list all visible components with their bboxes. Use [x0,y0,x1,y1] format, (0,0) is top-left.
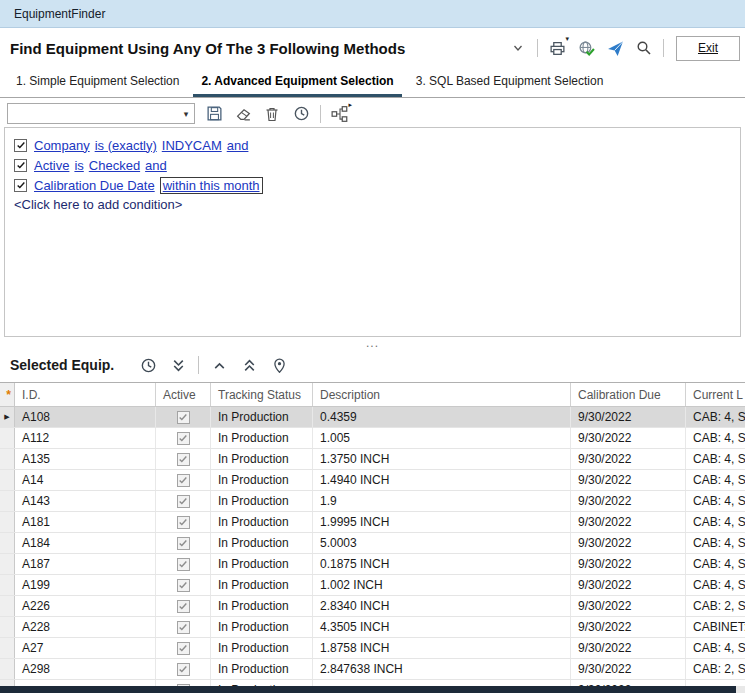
query-toolbar: ▾ ▸ [0,100,745,127]
splitter-handle[interactable]: ... [0,337,745,348]
table-row[interactable]: A27In Production1.8758 INCH9/30/2022CAB:… [0,638,745,659]
query-tree-icon[interactable]: ▸ [330,104,350,124]
condition-link[interactable]: INDYCAM [162,138,222,153]
column-header-current-location[interactable]: Current L [686,383,745,406]
results-grid: * I.D. Active Tracking Status Descriptio… [0,382,745,687]
cell-active [156,449,211,469]
send-icon[interactable] [605,38,625,58]
table-row[interactable]: A298In Production2.847638 INCH9/30/2022C… [0,659,745,680]
active-checkbox[interactable] [177,621,190,634]
cell-description: 1.4940 INCH [313,470,571,490]
active-checkbox[interactable] [177,474,190,487]
cell-description: 1.9995 INCH [313,512,571,532]
active-checkbox[interactable] [177,537,190,550]
condition-link[interactable]: Active [34,158,69,173]
save-icon[interactable] [204,104,224,124]
cell-description: 0.4359 [313,407,571,427]
table-row[interactable]: A135In Production1.3750 INCH9/30/2022CAB… [0,449,745,470]
active-checkbox[interactable] [177,579,190,592]
cell-id: A184 [15,533,156,553]
collapse-all-icon[interactable] [168,355,188,375]
cell-current-location: CAB: 2, SH [686,596,745,616]
table-row[interactable]: A187In Production0.1875 INCH9/30/2022CAB… [0,554,745,575]
bottom-corner [736,686,745,693]
table-row[interactable]: A143In Production1.99/30/2022CAB: 4, SH [0,491,745,512]
cell-current-location: CABINET: 4 [686,617,745,637]
table-row[interactable]: A228In Production4.3505 INCH9/30/2022CAB… [0,617,745,638]
cell-active [156,512,211,532]
cell-tracking-status: In Production [211,575,313,595]
active-checkbox[interactable] [177,516,190,529]
active-checkbox[interactable] [177,558,190,571]
table-row[interactable]: A112In Production1.0059/30/2022CAB: 4, S… [0,428,745,449]
cell-current-location: CAB: 4, SH [686,575,745,595]
cell-calibration-due: 9/30/2022 [571,617,686,637]
active-checkbox[interactable] [177,411,190,424]
page-title: Find Equipment Using Any Of The 3 Follow… [10,40,508,57]
row-indicator [0,491,15,511]
table-row[interactable]: A226In Production2.8340 INCH9/30/2022CAB… [0,596,745,617]
exit-button[interactable]: Exit [676,36,740,61]
condition-checkbox[interactable] [14,139,27,152]
column-header-id[interactable]: I.D. [15,383,156,406]
grid-header: * I.D. Active Tracking Status Descriptio… [0,383,745,407]
table-row[interactable]: ▶A108In Production0.43599/30/2022CAB: 4,… [0,407,745,428]
condition-link[interactable]: and [227,138,249,153]
table-row[interactable]: A14In Production1.4940 INCH9/30/2022CAB:… [0,470,745,491]
row-indicator [0,575,15,595]
cell-active [156,533,211,553]
saved-query-combobox[interactable]: ▾ [7,103,195,124]
window-title: EquipmentFinder [14,7,105,21]
cell-description: 1.005 [313,428,571,448]
cell-calibration-due: 9/30/2022 [571,470,686,490]
history-icon[interactable] [138,355,158,375]
table-row[interactable]: A184In Production5.00039/30/2022CAB: 4, … [0,533,745,554]
active-checkbox[interactable] [177,663,190,676]
condition-link[interactable]: Checked [89,158,140,173]
column-header-calibration-due[interactable]: Calibration Due [571,383,686,406]
validate-icon[interactable] [576,38,596,58]
tab-advanced-equipment-selection[interactable]: 2. Advanced Equipment Selection [193,68,401,97]
condition-link[interactable]: is [74,158,83,173]
column-header-tracking-status[interactable]: Tracking Status [211,383,313,406]
move-up-icon[interactable] [209,355,229,375]
active-checkbox[interactable] [177,600,190,613]
cell-id: A187 [15,554,156,574]
condition-link[interactable]: within this month [160,177,263,194]
column-header-description[interactable]: Description [313,383,571,406]
active-checkbox[interactable] [177,453,190,466]
section-title: Selected Equip. [10,357,114,373]
condition-link[interactable]: is (exactly) [95,138,157,153]
condition-link[interactable]: Calibration Due Date [34,178,155,193]
active-checkbox[interactable] [177,495,190,508]
cell-tracking-status: In Production [211,470,313,490]
delete-icon[interactable] [262,104,282,124]
column-header-active[interactable]: Active [156,383,211,406]
condition-checkbox[interactable] [14,179,27,192]
table-row[interactable]: A181In Production1.9995 INCH9/30/2022CAB… [0,512,745,533]
cell-tracking-status: In Production [211,596,313,616]
active-checkbox[interactable] [177,432,190,445]
location-pin-icon[interactable] [269,355,289,375]
cell-calibration-due: 9/30/2022 [571,407,686,427]
header-row-indicator: * [0,383,15,406]
cell-id: A108 [15,407,156,427]
search-icon[interactable] [634,38,654,58]
add-condition-link[interactable]: <Click here to add condition> [14,197,731,212]
table-row[interactable]: A199In Production1.002 INCH9/30/2022CAB:… [0,575,745,596]
move-top-icon[interactable] [239,355,259,375]
tab-sql-based-equipment-selection[interactable]: 3. SQL Based Equipment Selection [408,68,612,97]
tab-simple-equipment-selection[interactable]: 1. Simple Equipment Selection [8,68,187,97]
print-icon[interactable]: ▾ [547,38,567,58]
eraser-icon[interactable] [233,104,253,124]
row-indicator [0,596,15,616]
condition-checkbox[interactable] [14,159,27,172]
separator [198,356,199,374]
condition-link[interactable]: Company [34,138,90,153]
active-checkbox[interactable] [177,642,190,655]
cell-calibration-due: 9/30/2022 [571,554,686,574]
history-icon[interactable] [291,104,311,124]
condition-link[interactable]: and [145,158,167,173]
chevron-down-icon[interactable] [508,38,528,58]
cell-active [156,554,211,574]
